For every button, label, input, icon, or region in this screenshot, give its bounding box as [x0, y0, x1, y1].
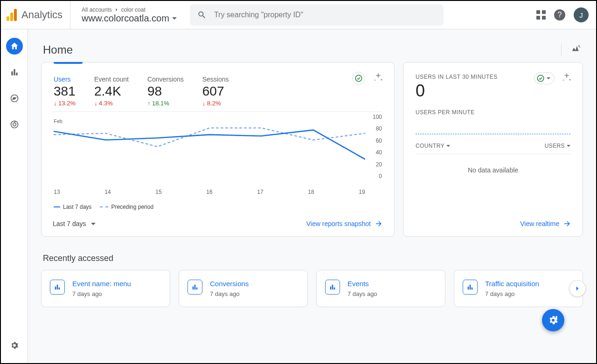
metric-label: Users: [54, 76, 76, 83]
app-launcher-icon[interactable]: [536, 10, 546, 20]
overview-card: Users381↓ 13.2%Event count2.4K↓ 4.3%Conv…: [41, 62, 395, 237]
chevron-down-icon: [172, 17, 177, 20]
data-quality-badge[interactable]: [352, 72, 365, 85]
recent-title: Conversions: [210, 280, 249, 288]
metric-value: 98: [147, 83, 184, 100]
report-icon: [187, 280, 202, 295]
insights-fab[interactable]: [542, 309, 564, 331]
page-title: Home: [43, 43, 73, 56]
svg-point-3: [578, 45, 580, 47]
x-tick: 13: [54, 189, 60, 195]
x-tick: 19: [359, 189, 365, 195]
report-icon: [325, 280, 340, 295]
realtime-users-header[interactable]: USERS: [545, 143, 570, 149]
x-tick: 14: [104, 189, 111, 195]
app-header: Analytics All accounts color coat www.co…: [1, 1, 596, 29]
recent-subtitle: 7 days ago: [72, 288, 131, 297]
nav-admin[interactable]: [6, 337, 23, 354]
recent-title: Traffic acquisition: [485, 280, 539, 288]
customize-insights-button[interactable]: [373, 72, 384, 85]
x-tick: 15: [155, 189, 162, 195]
nav-advertising[interactable]: [6, 116, 23, 133]
chevron-down-icon: [547, 77, 550, 79]
y-tick: 40: [376, 149, 382, 156]
legend-current: Last 7 days: [54, 204, 91, 210]
search-bar[interactable]: [190, 4, 444, 26]
insights-button[interactable]: [561, 44, 581, 56]
scroll-next-button[interactable]: [569, 280, 586, 297]
arrow-right-icon: [563, 220, 571, 228]
product-logo[interactable]: Analytics: [7, 1, 70, 29]
home-icon: [10, 41, 19, 51]
nav-home[interactable]: [6, 38, 23, 55]
realtime-status-pill[interactable]: [534, 72, 555, 84]
y-tick: 80: [376, 125, 382, 132]
recently-accessed-title: Recently accessed: [41, 237, 583, 270]
recent-card[interactable]: Traffic acquisition7 days ago: [454, 270, 583, 307]
recent-subtitle: 7 days ago: [210, 288, 249, 297]
analytics-logo-icon: [7, 9, 17, 21]
account-avatar[interactable]: J: [574, 7, 589, 22]
recent-subtitle: 7 days ago: [485, 288, 539, 297]
overview-chart: 100806040200 13141516171819 Feb: [54, 111, 382, 195]
left-nav-rail: [1, 29, 28, 363]
metric-delta: ↓ 4.3%: [94, 100, 129, 107]
chevron-right-icon: [573, 284, 582, 293]
chevron-right-icon: [114, 7, 119, 13]
metric-delta: ↓ 8.2%: [202, 100, 229, 107]
recently-accessed-list: Event name: menu7 days agoConversions7 d…: [41, 270, 583, 307]
metric-event-count[interactable]: Event count2.4K↓ 4.3%: [94, 76, 129, 107]
breadcrumb-root: All accounts: [82, 7, 112, 13]
recent-subtitle: 7 days ago: [347, 288, 377, 297]
gear-sparkle-icon: [548, 315, 559, 326]
realtime-country-header[interactable]: COUNTRY: [416, 143, 450, 149]
explore-icon: [10, 94, 19, 103]
y-tick: 100: [373, 114, 382, 120]
metric-value: 381: [54, 83, 76, 100]
recent-card[interactable]: Event name: menu7 days ago: [41, 270, 170, 307]
metric-label: Event count: [94, 76, 129, 83]
product-name: Analytics: [21, 9, 62, 21]
check-circle-icon: [536, 74, 545, 82]
realtime-no-data: No data available: [416, 154, 570, 186]
svg-point-4: [579, 47, 580, 48]
x-tick: 16: [206, 189, 213, 195]
arrow-right-icon: [375, 220, 383, 228]
view-realtime-link[interactable]: View realtime: [520, 220, 571, 228]
metric-value: 607: [202, 83, 229, 100]
metric-delta: ↑ 18.1%: [147, 100, 184, 107]
search-input[interactable]: [214, 11, 436, 19]
view-reports-snapshot-link[interactable]: View reports snapshot: [306, 220, 383, 228]
help-icon[interactable]: ?: [554, 9, 565, 21]
sparkle-icon: [373, 72, 384, 83]
nav-reports[interactable]: [6, 64, 23, 81]
svg-point-7: [555, 316, 557, 318]
chevron-down-icon: [91, 223, 96, 225]
bar-chart-icon: [10, 68, 19, 77]
chart-line-previous: [54, 128, 365, 147]
recent-card[interactable]: Events7 days ago: [316, 270, 445, 307]
realtime-subheading: USERS PER MINUTE: [416, 109, 570, 116]
metric-users[interactable]: Users381↓ 13.2%: [54, 76, 76, 107]
report-icon: [50, 280, 65, 295]
metric-label: Conversions: [147, 76, 184, 83]
recent-card[interactable]: Conversions7 days ago: [179, 270, 308, 307]
svg-point-6: [537, 75, 544, 82]
svg-point-2: [13, 123, 16, 126]
report-icon: [463, 280, 478, 295]
customize-insights-button[interactable]: [561, 72, 572, 85]
legend-previous: Preceding period: [100, 204, 153, 210]
sparkle-icon: [561, 72, 572, 83]
metric-label: Sessions: [202, 76, 229, 83]
nav-explore[interactable]: [6, 90, 23, 107]
realtime-card: USERS IN LAST 30 MINUTES 0 USERS PER MIN…: [403, 62, 583, 237]
date-range-picker[interactable]: Last 7 days: [53, 220, 96, 227]
account-picker[interactable]: All accounts color coat www.colorcoatla.…: [74, 7, 177, 24]
metric-conversions[interactable]: Conversions98↑ 18.1%: [147, 76, 184, 107]
y-tick: 0: [379, 173, 382, 179]
gear-icon: [10, 341, 19, 350]
insights-icon: [571, 44, 581, 54]
recent-title: Event name: menu: [72, 280, 131, 288]
metric-sessions[interactable]: Sessions607↓ 8.2%: [202, 76, 229, 107]
check-circle-icon: [354, 74, 363, 82]
